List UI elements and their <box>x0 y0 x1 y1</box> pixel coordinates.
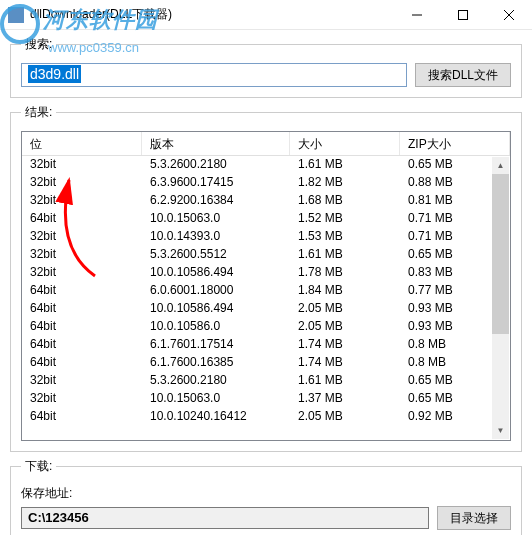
minimize-button[interactable] <box>394 0 440 30</box>
cell-size: 1.74 MB <box>290 354 400 372</box>
table-row[interactable]: 32bit10.0.10586.4941.78 MB0.83 MB <box>22 264 510 282</box>
cell-version: 5.3.2600.2180 <box>142 156 290 174</box>
cell-bit: 64bit <box>22 210 142 228</box>
search-button[interactable]: 搜索DLL文件 <box>415 63 511 87</box>
cell-bit: 32bit <box>22 372 142 390</box>
table-row[interactable]: 32bit10.0.14393.01.53 MB0.71 MB <box>22 228 510 246</box>
cell-size: 2.05 MB <box>290 408 400 426</box>
cell-size: 2.05 MB <box>290 318 400 336</box>
cell-bit: 32bit <box>22 228 142 246</box>
cell-version: 10.0.14393.0 <box>142 228 290 246</box>
cell-bit: 64bit <box>22 300 142 318</box>
cell-size: 2.05 MB <box>290 300 400 318</box>
cell-version: 10.0.15063.0 <box>142 210 290 228</box>
window-controls <box>394 0 532 30</box>
cell-bit: 64bit <box>22 408 142 426</box>
table-row[interactable]: 32bit5.3.2600.55121.61 MB0.65 MB <box>22 246 510 264</box>
app-icon <box>8 7 24 23</box>
scrollbar[interactable]: ▲ ▼ <box>492 157 509 439</box>
cell-version: 6.2.9200.16384 <box>142 192 290 210</box>
cell-size: 1.61 MB <box>290 156 400 174</box>
download-legend: 下载: <box>21 458 56 475</box>
cell-size: 1.78 MB <box>290 264 400 282</box>
cell-version: 10.0.10586.0 <box>142 318 290 336</box>
cell-bit: 64bit <box>22 282 142 300</box>
browse-button[interactable]: 目录选择 <box>437 506 511 530</box>
cell-bit: 32bit <box>22 390 142 408</box>
results-legend: 结果: <box>21 104 56 121</box>
cell-bit: 32bit <box>22 192 142 210</box>
table-row[interactable]: 32bit10.0.15063.01.37 MB0.65 MB <box>22 390 510 408</box>
save-path-input[interactable]: C:\123456 <box>21 507 429 529</box>
close-button[interactable] <box>486 0 532 30</box>
table-row[interactable]: 64bit10.0.10586.4942.05 MB0.93 MB <box>22 300 510 318</box>
header-zip[interactable]: ZIP大小 <box>400 132 510 155</box>
cell-size: 1.53 MB <box>290 228 400 246</box>
scroll-up-icon[interactable]: ▲ <box>492 157 509 174</box>
cell-version: 10.0.10586.494 <box>142 264 290 282</box>
cell-size: 1.82 MB <box>290 174 400 192</box>
table-row[interactable]: 64bit10.0.10240.164122.05 MB0.92 MB <box>22 408 510 426</box>
search-fieldset: 搜索: d3d9.dll 搜索DLL文件 <box>10 36 522 98</box>
header-size[interactable]: 大小 <box>290 132 400 155</box>
table-row[interactable]: 64bit10.0.10586.02.05 MB0.93 MB <box>22 318 510 336</box>
header-version[interactable]: 版本 <box>142 132 290 155</box>
cell-size: 1.61 MB <box>290 372 400 390</box>
table-header: 位 版本 大小 ZIP大小 <box>22 132 510 156</box>
titlebar: dllDownloader(DLL下载器) <box>0 0 532 30</box>
cell-size: 1.68 MB <box>290 192 400 210</box>
download-fieldset: 下载: 保存地址: C:\123456 目录选择 <box>10 458 522 535</box>
cell-version: 6.3.9600.17415 <box>142 174 290 192</box>
scroll-thumb[interactable] <box>492 174 509 334</box>
cell-bit: 64bit <box>22 318 142 336</box>
cell-size: 1.61 MB <box>290 246 400 264</box>
maximize-button[interactable] <box>440 0 486 30</box>
search-input[interactable]: d3d9.dll <box>21 63 407 87</box>
table-row[interactable]: 32bit5.3.2600.21801.61 MB0.65 MB <box>22 156 510 174</box>
cell-size: 1.37 MB <box>290 390 400 408</box>
cell-size: 1.52 MB <box>290 210 400 228</box>
cell-bit: 32bit <box>22 264 142 282</box>
table-body: 32bit5.3.2600.21801.61 MB0.65 MB32bit6.3… <box>22 156 510 440</box>
cell-version: 6.0.6001.18000 <box>142 282 290 300</box>
table-row[interactable]: 64bit6.1.7600.163851.74 MB0.8 MB <box>22 354 510 372</box>
cell-version: 10.0.15063.0 <box>142 390 290 408</box>
cell-bit: 64bit <box>22 336 142 354</box>
svg-rect-1 <box>459 10 468 19</box>
results-table: 位 版本 大小 ZIP大小 32bit5.3.2600.21801.61 MB0… <box>21 131 511 441</box>
header-bit[interactable]: 位 <box>22 132 142 155</box>
cell-version: 5.3.2600.5512 <box>142 246 290 264</box>
cell-bit: 32bit <box>22 174 142 192</box>
table-row[interactable]: 32bit6.2.9200.163841.68 MB0.81 MB <box>22 192 510 210</box>
cell-bit: 64bit <box>22 354 142 372</box>
cell-version: 5.3.2600.2180 <box>142 372 290 390</box>
cell-size: 1.84 MB <box>290 282 400 300</box>
cell-version: 10.0.10240.16412 <box>142 408 290 426</box>
table-row[interactable]: 64bit6.0.6001.180001.84 MB0.77 MB <box>22 282 510 300</box>
cell-version: 6.1.7601.17514 <box>142 336 290 354</box>
window-title: dllDownloader(DLL下载器) <box>30 6 394 23</box>
table-row[interactable]: 32bit6.3.9600.174151.82 MB0.88 MB <box>22 174 510 192</box>
cell-bit: 32bit <box>22 246 142 264</box>
cell-version: 10.0.10586.494 <box>142 300 290 318</box>
cell-size: 1.74 MB <box>290 336 400 354</box>
table-row[interactable]: 64bit10.0.15063.01.52 MB0.71 MB <box>22 210 510 228</box>
cell-version: 6.1.7600.16385 <box>142 354 290 372</box>
table-row[interactable]: 64bit6.1.7601.175141.74 MB0.8 MB <box>22 336 510 354</box>
scroll-down-icon[interactable]: ▼ <box>492 422 509 439</box>
save-path-label: 保存地址: <box>21 485 511 502</box>
results-fieldset: 结果: 位 版本 大小 ZIP大小 32bit5.3.2600.21801.61… <box>10 104 522 452</box>
search-legend: 搜索: <box>21 36 56 53</box>
table-row[interactable]: 32bit5.3.2600.21801.61 MB0.65 MB <box>22 372 510 390</box>
cell-bit: 32bit <box>22 156 142 174</box>
